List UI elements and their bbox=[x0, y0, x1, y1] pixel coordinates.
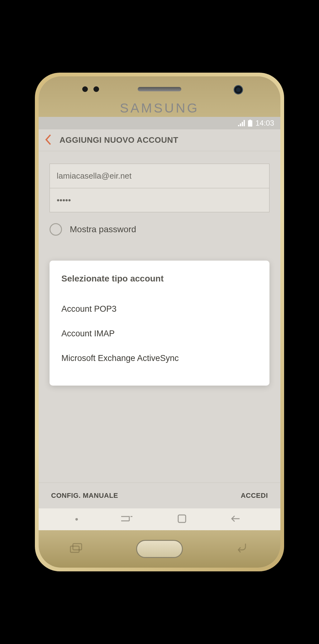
screen: 14:03 AGGIUNGI NUOVO ACCOUNT lamiacasell… bbox=[39, 117, 280, 530]
email-value: lamiacasella@eir.net bbox=[57, 171, 131, 181]
svg-rect-2 bbox=[73, 544, 82, 550]
option-pop3[interactable]: Account POP3 bbox=[61, 297, 258, 321]
app-bar: AGGIUNGI NUOVO ACCOUNT bbox=[39, 129, 280, 151]
front-camera bbox=[234, 85, 243, 94]
phone-inner: SAMSUNG 14:03 AGGIUNGI NUOVO ACCOUNT bbox=[39, 76, 280, 568]
account-type-dialog: Selezionate tipo account Account POP3 Ac… bbox=[50, 261, 269, 386]
content-area: lamiacasella@eir.net ••••• Mostra passwo… bbox=[39, 151, 280, 483]
status-time: 14:03 bbox=[255, 119, 274, 127]
home-button[interactable] bbox=[136, 540, 183, 558]
svg-rect-0 bbox=[178, 515, 186, 522]
battery-icon bbox=[248, 120, 252, 127]
svg-rect-1 bbox=[70, 546, 79, 552]
checkbox-circle-icon[interactable] bbox=[50, 223, 62, 236]
show-password-label: Mostra password bbox=[70, 224, 136, 234]
sensor-dot bbox=[93, 86, 99, 92]
navigation-bar: • bbox=[39, 508, 280, 530]
samsung-logo: SAMSUNG bbox=[120, 101, 199, 116]
back-nav-icon[interactable] bbox=[230, 513, 244, 526]
option-imap[interactable]: Account IMAP bbox=[61, 321, 258, 346]
phone-device-frame: SAMSUNG 14:03 AGGIUNGI NUOVO ACCOUNT bbox=[35, 73, 284, 571]
signal-icon bbox=[238, 120, 245, 126]
status-bar: 14:03 bbox=[39, 117, 280, 129]
sensor-dot bbox=[82, 86, 88, 92]
back-soft-key[interactable] bbox=[235, 543, 249, 555]
dialog-title: Selezionate tipo account bbox=[61, 274, 258, 284]
login-button[interactable]: ACCEDI bbox=[241, 492, 268, 500]
manual-config-button[interactable]: CONFIG. MANUALE bbox=[51, 492, 118, 500]
page-title: AGGIUNGI NUOVO ACCOUNT bbox=[60, 135, 178, 145]
show-password-row[interactable]: Mostra password bbox=[50, 223, 269, 236]
email-field[interactable]: lamiacasella@eir.net bbox=[50, 164, 269, 188]
phone-top-bezel: SAMSUNG bbox=[39, 76, 280, 117]
phone-bottom-bezel bbox=[39, 530, 280, 568]
bottom-action-bar: CONFIG. MANUALE ACCEDI bbox=[39, 483, 280, 508]
menu-dot-icon[interactable]: • bbox=[75, 514, 79, 525]
password-value: ••••• bbox=[57, 195, 71, 205]
home-icon[interactable] bbox=[175, 513, 189, 526]
recents-icon[interactable] bbox=[120, 513, 134, 526]
option-activesync[interactable]: Microsoft Exchange ActiveSync bbox=[61, 346, 258, 371]
recents-soft-key[interactable] bbox=[70, 543, 84, 555]
back-icon[interactable] bbox=[45, 134, 52, 146]
password-field[interactable]: ••••• bbox=[50, 188, 269, 212]
earpiece-speaker bbox=[138, 87, 181, 91]
